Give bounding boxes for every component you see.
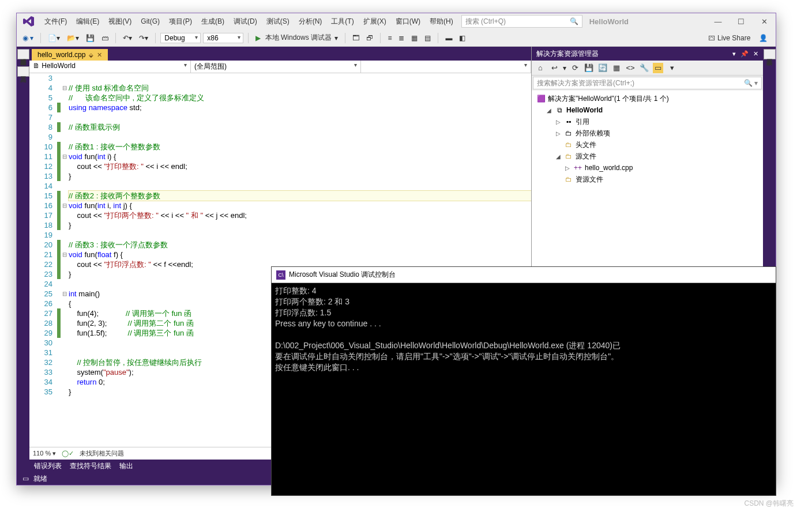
menu-item[interactable]: 生成(B)	[197, 14, 229, 29]
nav-project-combo[interactable]: 🗎 HelloWorld	[29, 61, 191, 73]
menu-item[interactable]: 项目(P)	[164, 14, 197, 29]
status-rect-icon: ▭	[22, 475, 29, 483]
tab-output[interactable]: 输出	[119, 461, 133, 471]
tree-references[interactable]: ▷▪▪引用	[532, 116, 763, 127]
sln-home-icon[interactable]: ⌂	[535, 63, 546, 73]
menu-item[interactable]: 帮助(H)	[425, 14, 458, 29]
tb-icon-8[interactable]: ◧	[457, 33, 468, 43]
menu-item[interactable]: 测试(S)	[262, 14, 294, 29]
menu-item[interactable]: Git(G)	[136, 15, 164, 28]
window-buttons: — ☐ ✕	[706, 13, 776, 29]
live-share-button[interactable]: ⮹ Live Share 👤	[704, 34, 772, 42]
tree-source[interactable]: ◢🗀源文件	[532, 150, 763, 162]
solution-toolbar: ⌂ ↩▾ ⟳ 💾 🔄 ▦ <> 🔧 ▭ ▾	[532, 61, 763, 76]
close-button[interactable]: ✕	[753, 13, 776, 29]
menu-item[interactable]: 调试(D)	[229, 14, 262, 29]
tree-solution[interactable]: 🟪解决方案"HelloWorld"(1 个项目/共 1 个)	[532, 93, 763, 104]
console-icon: C\	[276, 270, 285, 280]
menu-item[interactable]: 视图(V)	[104, 14, 136, 29]
open-button[interactable]: 📂▾	[65, 33, 81, 43]
document-tabs: hello_world.cpp ⬙ ✕	[29, 47, 531, 61]
rail-toolbox[interactable]: 工具箱	[17, 66, 29, 77]
sln-code-icon[interactable]: <>	[625, 63, 636, 73]
minimize-button[interactable]: —	[706, 13, 730, 29]
zoom-combo[interactable]: 110 % ▾	[33, 450, 56, 457]
tab-error-list[interactable]: 错误列表	[34, 461, 62, 471]
console-title-text: Microsoft Visual Studio 调试控制台	[289, 270, 396, 280]
nav-back-button[interactable]: ◉ ▾	[20, 33, 36, 43]
nav-member-combo[interactable]	[361, 61, 531, 73]
menu-item[interactable]: 编辑(E)	[72, 14, 104, 29]
global-search[interactable]: 搜索 (Ctrl+Q) 🔍	[461, 15, 582, 28]
menu-item[interactable]: 文件(F)	[40, 14, 72, 29]
menu-item[interactable]: 工具(T)	[326, 14, 358, 29]
solution-search[interactable]: 搜索解决方案资源管理器(Ctrl+;) 🔍 ▾	[533, 77, 762, 89]
fold-column: ⊟⊟⊟⊟⊟	[61, 73, 69, 447]
menu-item[interactable]: 窗口(W)	[391, 14, 425, 29]
status-text: 就绪	[33, 474, 47, 484]
rail-diagnostics[interactable]: 诊断工具	[764, 49, 776, 59]
sln-sync-icon[interactable]: ⟳	[570, 63, 580, 73]
tb-icon-6[interactable]: ▤	[422, 33, 433, 43]
menubar: 文件(F)编辑(E)视图(V)Git(G)项目(P)生成(B)调试(D)测试(S…	[40, 14, 458, 29]
search-icon: 🔍	[570, 17, 578, 25]
sln-refresh-icon[interactable]: 🔄	[597, 63, 608, 73]
search-placeholder: 搜索 (Ctrl+Q)	[465, 17, 506, 27]
tb-icon-5[interactable]: ▦	[409, 33, 420, 43]
menu-item[interactable]: 分析(N)	[294, 14, 327, 29]
tb-icon-3[interactable]: ≡	[385, 33, 394, 43]
tree-project[interactable]: ◢⧉HelloWorld	[532, 104, 763, 116]
nav-scope-combo[interactable]: (全局范围)	[191, 61, 361, 73]
tree-file-cpp[interactable]: ▷++hello_world.cpp	[532, 162, 763, 174]
nav-bar: 🗎 HelloWorld (全局范围)	[29, 61, 531, 73]
tree-headers[interactable]: 🗀头文件	[532, 139, 763, 150]
solution-explorer-title: 解决方案资源管理器 ▾ 📌 ✕	[532, 47, 763, 61]
sln-back-icon[interactable]: ↩	[549, 63, 559, 73]
search-icon: 🔍 ▾	[744, 79, 758, 87]
debug-console-window: C\ Microsoft Visual Studio 调试控制台 打印整数: 4…	[271, 266, 776, 496]
watermark: CSDN @韩曙亮	[744, 499, 794, 509]
config-dropdown[interactable]: Debug	[160, 33, 201, 43]
tab-find-symbol[interactable]: 查找符号结果	[70, 461, 111, 471]
toolbar: ◉ ▾ 📄▾ 📂▾ 💾 🗃 ↶▾ ↷▾ Debug x86 ▶ 本地 Windo…	[17, 29, 776, 47]
issues-ok-icon: ◯✓	[62, 450, 74, 457]
tab-close-icon[interactable]: ✕	[97, 51, 102, 59]
vs-logo-icon	[21, 14, 35, 28]
tb-icon-7[interactable]: ▬	[443, 33, 454, 43]
new-item-button[interactable]: 📄▾	[46, 33, 62, 43]
rail-server-explorer[interactable]: 服务器资源管理器	[17, 49, 29, 59]
save-button[interactable]: 💾	[84, 33, 97, 43]
menu-item[interactable]: 扩展(X)	[359, 14, 391, 29]
panel-dropdown-icon[interactable]: ▾	[732, 50, 736, 58]
issues-text: 未找到相关问题	[80, 449, 124, 458]
panel-close-icon[interactable]: ✕	[753, 50, 758, 58]
sln-showall-icon[interactable]: ▦	[611, 63, 622, 73]
tree-resources[interactable]: 🗀资源文件	[532, 174, 763, 185]
left-rail: 服务器资源管理器 工具箱	[17, 47, 29, 472]
platform-dropdown[interactable]: x86	[203, 33, 243, 43]
sln-more-icon[interactable]: ▾	[667, 63, 677, 73]
sln-preview-icon[interactable]: ▭	[653, 63, 663, 73]
undo-button[interactable]: ↶▾	[121, 33, 134, 43]
tree-external[interactable]: ▷🗀外部依赖项	[532, 127, 763, 139]
save-all-button[interactable]: 🗃	[99, 33, 111, 43]
maximize-button[interactable]: ☐	[730, 13, 753, 29]
account-icon[interactable]: 👤	[759, 34, 768, 42]
start-debug-button[interactable]: ▶ 本地 Windows 调试器 ▾	[253, 32, 340, 44]
sln-save-icon[interactable]: 💾	[584, 63, 594, 73]
tb-icon-1[interactable]: 🗔	[350, 33, 362, 43]
live-share-icon: ⮹	[708, 34, 715, 42]
tb-icon-2[interactable]: 🗗	[364, 33, 375, 43]
tab-hello-world[interactable]: hello_world.cpp ⬙ ✕	[32, 49, 108, 61]
tb-icon-4[interactable]: ≣	[396, 33, 407, 43]
redo-button[interactable]: ↷▾	[137, 33, 151, 43]
line-gutter: 3456789101112131415161718192021222324252…	[29, 73, 57, 447]
sln-properties-icon[interactable]: 🔧	[639, 63, 649, 73]
titlebar: 文件(F)编辑(E)视图(V)Git(G)项目(P)生成(B)调试(D)测试(S…	[17, 13, 776, 29]
console-output[interactable]: 打印整数: 4 打印两个整数: 2 和 3 打印浮点数: 1.5 Press a…	[272, 283, 776, 375]
console-titlebar[interactable]: C\ Microsoft Visual Studio 调试控制台	[272, 267, 776, 283]
pin-icon[interactable]: ⬙	[89, 52, 93, 58]
solution-name: HelloWorld	[589, 17, 629, 26]
panel-pin-icon[interactable]: 📌	[740, 50, 749, 58]
